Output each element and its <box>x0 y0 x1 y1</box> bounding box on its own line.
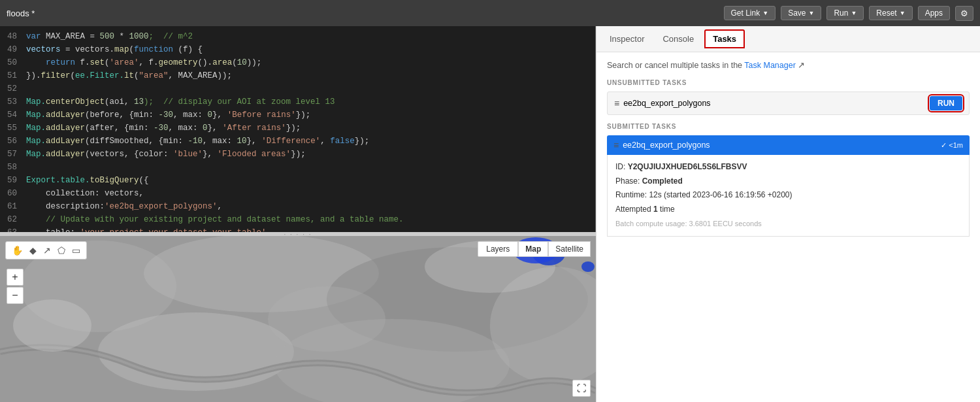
submitted-task-header[interactable]: ≡ ee2bq_export_polygons ✓ <1m <box>607 135 970 155</box>
code-line-54: Map.addLayer(before, {min: -30, max: 0},… <box>26 109 590 122</box>
svg-point-11 <box>581 261 595 272</box>
task-phase-value: Completed <box>642 176 683 186</box>
task-runtime-value: 12s (started 2023-06-16 16:19:56 +0200) <box>649 190 792 199</box>
task-batch-value: 3.6801 EECU seconds <box>689 220 762 227</box>
task-batch-row: Batch compute usage: 3.6801 EECU seconds <box>615 218 961 231</box>
code-editor[interactable]: 484950515253545556575859606162636465 var… <box>0 26 596 232</box>
task-runtime-row: Runtime: 12s (started 2023-06-16 16:19:5… <box>615 188 961 203</box>
code-line-60: collection: vectors, <box>26 187 590 200</box>
task-phase-row: Phase: Completed <box>615 175 961 189</box>
code-line-53: Map.centerObject(aoi, 13); // display ou… <box>26 95 590 109</box>
line-numbers: 484950515253545556575859606162636465 <box>0 26 21 232</box>
submitted-task-name: ≡ ee2bq_export_polygons <box>613 140 710 150</box>
zoom-in-button[interactable]: + <box>7 269 24 286</box>
code-line-58 <box>26 161 590 174</box>
reset-button[interactable]: Reset ▼ <box>869 6 912 20</box>
get-link-button[interactable]: Get Link ▼ <box>724 6 776 20</box>
task-details: ID: Y2QUJIUJXHUED6L5S6LFBSVV Phase: Comp… <box>607 155 970 237</box>
settings-gear-button[interactable]: ⚙ <box>955 6 973 21</box>
tab-tasks[interactable]: Tasks <box>704 29 745 48</box>
layers-button[interactable]: Layers <box>478 241 518 257</box>
unsubmitted-task-item: ≡ ee2bq_export_polygons RUN <box>607 92 970 115</box>
task-id-row: ID: Y2QUJIUJXHUED6L5S6LFBSVV <box>615 160 961 175</box>
submitted-task-section: ≡ ee2bq_export_polygons ✓ <1m ID: Y2QUJI… <box>607 135 970 237</box>
task-id-value: Y2QUJIUJXHUED6L5S6LFBSVV <box>628 162 747 171</box>
task-manager-description: Search or cancel multiple tasks in the T… <box>607 60 970 70</box>
save-button[interactable]: Save ▼ <box>781 6 821 20</box>
code-line-63: table: 'your_project.your_dataset.your_t… <box>26 226 590 232</box>
unsubmitted-tasks-label: UNSUBMITTED TASKS <box>607 79 970 86</box>
code-line-57: Map.addLayer(vectors, {color: 'blue'}, '… <box>26 148 590 161</box>
code-line-51: }).filter(ee.Filter.lt("area", MAX_AREA)… <box>26 69 590 82</box>
code-content[interactable]: var MAX_AREA = 500 * 1000; // m^2vectors… <box>21 26 595 232</box>
map-controls-top: Layers Map Satellite <box>478 241 591 257</box>
code-line-62: // Update with your existing project and… <box>26 213 590 226</box>
external-link-icon: ↗ <box>798 61 805 70</box>
map-button[interactable]: Map <box>518 241 548 257</box>
code-line-49: vectors = vectors.map(function (f) { <box>26 43 590 56</box>
code-line-59: Export.table.toBigQuery({ <box>26 174 590 187</box>
task-run-button[interactable]: RUN <box>930 96 962 110</box>
right-tabs: Inspector Console Tasks <box>596 26 980 52</box>
right-panel: Inspector Console Tasks Search or cancel… <box>596 26 980 402</box>
code-line-61: description:'ee2bq_export_polygons', <box>26 200 590 213</box>
unsubmitted-task-name: ≡ ee2bq_export_polygons <box>614 98 711 109</box>
code-line-48: var MAX_AREA = 500 * 1000; // m^2 <box>26 30 590 43</box>
point-tool[interactable]: ◆ <box>26 243 40 258</box>
polygon-tool[interactable]: ⬠ <box>54 243 69 258</box>
satellite-button[interactable]: Satellite <box>548 241 591 257</box>
hand-tool[interactable]: ✋ <box>8 243 26 258</box>
right-panel-content: Search or cancel multiple tasks in the T… <box>596 52 980 402</box>
svg-point-8 <box>268 286 385 352</box>
tab-console[interactable]: Console <box>655 30 702 48</box>
run-button[interactable]: Run ▼ <box>826 6 864 20</box>
fullscreen-button[interactable]: ⛶ <box>572 380 591 397</box>
map-zoom-controls: + − <box>7 269 24 304</box>
task-manager-link[interactable]: Task Manager <box>744 61 796 70</box>
topbar: floods * Get Link ▼ Save ▼ Run ▼ Reset ▼… <box>0 0 980 26</box>
task-attempted-value: 1 <box>653 205 658 214</box>
svg-point-7 <box>13 299 91 352</box>
table-icon: ≡ <box>614 98 619 109</box>
code-line-56: Map.addLayer(diffSmoothed, {min: -10, ma… <box>26 135 590 148</box>
submitted-tasks-label: SUBMITTED TASKS <box>607 123 970 130</box>
code-line-52 <box>26 82 590 95</box>
gear-icon: ⚙ <box>960 8 968 18</box>
app-title: floods * <box>7 8 35 18</box>
map-area[interactable]: ✋ ◆ ↗ ⬠ ▭ + − Layers Map Satellite ⛶ <box>0 236 596 402</box>
map-toolbar: ✋ ◆ ↗ ⬠ ▭ <box>5 241 87 260</box>
zoom-out-button[interactable]: − <box>7 287 24 304</box>
line-tool[interactable]: ↗ <box>40 243 54 258</box>
code-line-55: Map.addLayer(after, {min: -30, max: 0}, … <box>26 122 590 135</box>
code-line-50: return f.set('area', f.geometry().area(1… <box>26 56 590 69</box>
task-checkmark: ✓ <1m <box>941 141 963 150</box>
tab-inspector[interactable]: Inspector <box>602 30 652 48</box>
rect-tool[interactable]: ▭ <box>69 243 84 258</box>
task-attempted-row: Attempted 1 time <box>615 203 961 217</box>
table-icon-submitted: ≡ <box>613 140 619 150</box>
apps-button[interactable]: Apps <box>918 6 950 20</box>
